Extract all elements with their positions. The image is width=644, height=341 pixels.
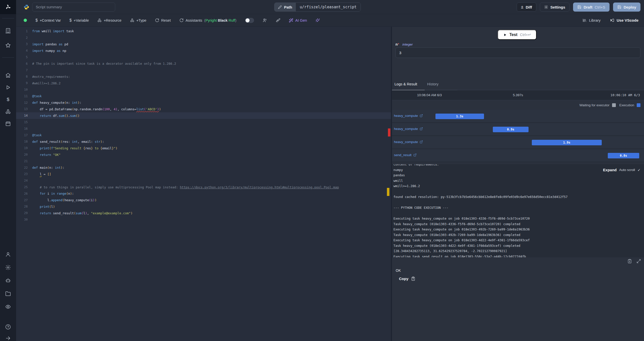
toolbar-reset-button[interactable]: Reset <box>155 18 171 22</box>
toggle-switch[interactable] <box>245 18 254 23</box>
settings-button[interactable]: Settings <box>540 3 570 12</box>
logs-viewer[interactable]: content of requirements: numpy pandas wm… <box>392 164 644 257</box>
copy-logs-icon[interactable] <box>627 259 632 263</box>
tab-logs-result[interactable]: Logs & Result <box>392 81 425 90</box>
job-row: heavy_compute1.9s <box>392 136 644 149</box>
code-line: 9#wmill>=1.286.2 <box>16 80 391 86</box>
sidebar-item-calendar-icon[interactable] <box>5 121 11 127</box>
play-icon <box>503 33 507 37</box>
use-vscode-button[interactable]: Use VScode <box>610 18 638 22</box>
sidebar-item-play-icon[interactable] <box>5 84 11 90</box>
error-marker <box>388 128 390 137</box>
execution-bar: 1.3s <box>435 114 484 119</box>
ai-gen-button[interactable]: AI Gen <box>289 18 307 23</box>
sidebar: $ <box>0 0 16 341</box>
run-panel: Test Ctrl+↵ n* integer Logs & ResultHist… <box>392 27 644 341</box>
job-row: send_result0.8s <box>392 149 644 162</box>
python-language-icon <box>23 4 30 10</box>
job-link-heavy_compute[interactable]: heavy_compute <box>394 127 423 131</box>
code-line: 8#extra_requirements: <box>16 74 391 80</box>
maximize-icon[interactable] <box>636 259 641 263</box>
sidebar-item-eye-icon[interactable] <box>5 304 11 310</box>
code-line: 27 l.append(heavy_compute(i)) <box>16 197 391 203</box>
toolbar--resource-button[interactable]: +Resource <box>97 18 122 22</box>
execution-bar: 1.9s <box>532 140 602 145</box>
assistant-pyright: Pyright <box>206 18 217 22</box>
code-line: 10 <box>16 86 391 93</box>
job-link-heavy_compute[interactable]: heavy_compute <box>394 114 423 118</box>
result-value: OK <box>396 268 401 272</box>
paintbrush-icon[interactable] <box>276 18 280 23</box>
sidebar-item-folder-icon[interactable] <box>5 291 11 297</box>
test-button[interactable]: Test Ctrl+↵ <box>498 30 537 40</box>
code-line: 17@task <box>16 132 391 139</box>
execution-bar: 0.9s <box>493 127 529 132</box>
warning-marker <box>387 188 389 196</box>
user-voice-icon[interactable] <box>263 18 267 23</box>
sidebar-item-building-icon[interactable] <box>5 28 11 34</box>
code-line: 28 print(l) <box>16 203 391 210</box>
sidebar-divider <box>2 57 14 58</box>
autoscroll-toggle[interactable]: Auto scroll <box>619 168 635 172</box>
assistant-black: Black <box>218 18 228 22</box>
sidebar-item-help-icon[interactable] <box>5 324 11 330</box>
code-line: 4import numpy as np <box>16 47 391 54</box>
argument-n-input[interactable] <box>395 47 640 58</box>
job-link-heavy_compute[interactable]: heavy_compute <box>394 140 423 144</box>
toolbar--context-var-button[interactable]: $+Context Var <box>35 18 61 23</box>
copy-result-button[interactable]: Copy <box>399 277 415 281</box>
code-line: 24 <box>16 177 391 184</box>
diff-button[interactable]: ± Diff <box>517 3 536 12</box>
code-line: 1from wmill import task <box>16 28 391 35</box>
pencil-icon <box>278 5 282 9</box>
sidebar-item-boxes-icon[interactable] <box>5 109 11 115</box>
library-button[interactable]: Library <box>582 18 600 22</box>
path-button[interactable]: Path u/rfiszel/pleasant_script <box>274 3 361 12</box>
status-dot <box>24 19 27 22</box>
gear-icon <box>544 5 548 9</box>
code-line: 2 <box>16 35 391 41</box>
toolbar--type-button[interactable]: +Type <box>130 18 146 22</box>
script-summary-input[interactable] <box>32 3 115 12</box>
save-icon <box>617 5 621 9</box>
draft-button[interactable]: Draft Ctrl+S <box>573 3 610 12</box>
run-duration: 5.397s <box>392 93 644 97</box>
job-link-send_result[interactable]: send_result <box>394 153 417 157</box>
sidebar-item-home-icon[interactable] <box>5 72 11 78</box>
code-line: 30 <box>16 216 391 223</box>
tab-history[interactable]: History <box>425 81 457 90</box>
topbar: Path u/rfiszel/pleasant_script ± Diff Se… <box>16 0 644 14</box>
code-line: 16 <box>16 125 391 132</box>
code-line: 21 <box>16 158 391 164</box>
code-editor[interactable]: 1from wmill import task23import pandas a… <box>16 27 391 341</box>
magic-wand-icon <box>289 18 293 23</box>
legend-item: Waiting for executor <box>579 103 616 107</box>
code-line: 5 <box>16 54 391 60</box>
code-line: 13 df = pd.DataFrame(np.random.randn(100… <box>16 106 391 113</box>
toolbar-assistants-button[interactable]: Assistants <box>179 18 202 22</box>
sidebar-item-gear-icon[interactable] <box>5 264 11 270</box>
test-shortcut: Ctrl+↵ <box>520 32 531 37</box>
sparkles-icon[interactable] <box>315 18 320 23</box>
code-line: 7 <box>16 67 391 74</box>
sidebar-item-dollar-icon[interactable]: $ <box>5 96 11 103</box>
sidebar-item-robot-icon[interactable] <box>5 278 11 284</box>
windmill-logo-icon[interactable] <box>0 0 16 14</box>
log-text: content of requirements: numpy pandas wm… <box>392 164 644 257</box>
editor-toolbar: $+Context Var$+Variable+Resource+TypeRes… <box>16 14 644 27</box>
argument-label: n* integer <box>395 42 413 46</box>
clipboard-icon <box>411 277 415 281</box>
windmill-script-editor: $ Path u/rfiszel/pleasant_script ± Diff <box>0 0 644 341</box>
sidebar-item-arrow-right-icon[interactable] <box>5 335 11 341</box>
library-icon <box>582 18 587 22</box>
draft-shortcut: Ctrl+S <box>595 5 605 9</box>
expand-logs-button[interactable]: Expand <box>603 168 617 172</box>
toolbar--variable-button[interactable]: $+Variable <box>69 18 89 23</box>
sidebar-item-star-icon[interactable] <box>5 42 11 48</box>
code-line: 14 return df.sum().sum() <box>16 112 391 119</box>
sidebar-item-person-icon[interactable] <box>5 251 11 257</box>
code-line: 11@task <box>16 93 391 99</box>
job-row: heavy_compute0.9s <box>392 123 644 136</box>
deploy-button[interactable]: Deploy <box>613 3 640 12</box>
code-line: 6# The pin is important since task is a … <box>16 60 391 67</box>
